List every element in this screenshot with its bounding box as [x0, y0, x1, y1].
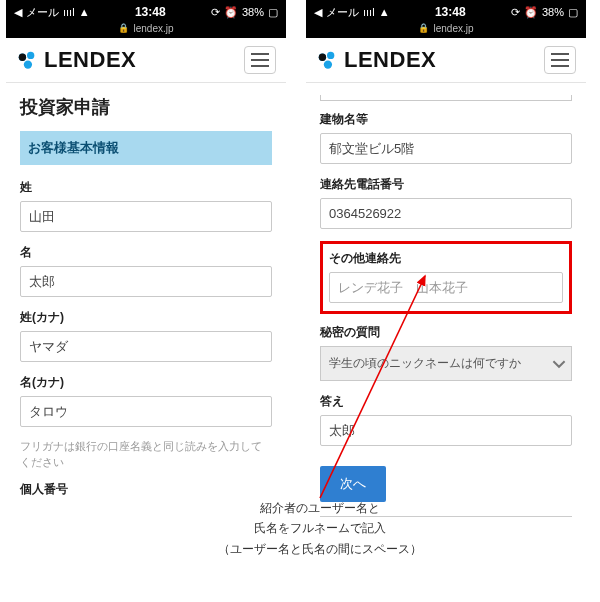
status-bar: ◀ メール ıııl ▲ 13:48 ⟳ ⏰ 38% ▢	[6, 0, 286, 22]
menu-button[interactable]	[544, 46, 576, 74]
section-banner: お客様基本情報	[20, 131, 272, 165]
phone-label: 連絡先電話番号	[320, 176, 572, 193]
svg-point-2	[24, 60, 32, 68]
last-kana-input[interactable]	[20, 331, 272, 362]
url-bar[interactable]: 🔒 lendex.jp	[306, 22, 586, 38]
orientation-lock-icon: ⟳	[511, 6, 520, 19]
svg-point-6	[324, 60, 332, 68]
back-chevron-icon: ◀	[314, 6, 322, 19]
lendex-logo-icon	[316, 49, 338, 71]
last-name-input[interactable]	[20, 201, 272, 232]
alarm-icon: ⏰	[224, 6, 238, 19]
clock: 13:48	[135, 5, 166, 19]
status-bar: ◀ メール ıııl ▲ 13:48 ⟳ ⏰ 38% ▢	[306, 0, 586, 22]
battery-percent: 38%	[542, 6, 564, 18]
carrier-label: メール	[326, 5, 359, 20]
wifi-icon: ▲	[79, 6, 90, 18]
brand-name: LENDEX	[44, 47, 136, 73]
first-kana-input[interactable]	[20, 396, 272, 427]
battery-icon: ▢	[568, 6, 578, 19]
annotation-line-1: 紹介者のユーザー名と	[170, 498, 470, 518]
signal-icon: ıııl	[363, 6, 375, 18]
prev-field-edge	[320, 95, 572, 101]
secret-question-label: 秘密の質問	[320, 324, 572, 341]
wifi-icon: ▲	[379, 6, 390, 18]
app-header: LENDEX	[6, 38, 286, 83]
form-content-left: 投資家申請 お客様基本情報 姓 名 姓(カナ) 名(カナ) フリガナは銀行の口座…	[6, 83, 286, 529]
kana-helper-text: フリガナは銀行の口座名義と同じ読みを入力してください	[20, 439, 272, 471]
url-domain: lendex.jp	[433, 23, 473, 34]
page-title: 投資家申請	[20, 95, 272, 119]
url-bar[interactable]: 🔒 lendex.jp	[6, 22, 286, 38]
other-contact-label: その他連絡先	[329, 250, 563, 267]
annotation-line-2: 氏名をフルネームで記入	[170, 518, 470, 538]
signal-icon: ıııl	[63, 6, 75, 18]
svg-point-5	[327, 52, 334, 59]
last-kana-label: 姓(カナ)	[20, 309, 272, 326]
carrier-label: メール	[26, 5, 59, 20]
menu-button[interactable]	[244, 46, 276, 74]
lock-icon: 🔒	[418, 23, 429, 33]
form-content-right: 建物名等 連絡先電話番号 その他連絡先 秘密の質問 学生の頃のニックネームは何で…	[306, 83, 586, 529]
building-label: 建物名等	[320, 111, 572, 128]
first-name-label: 名	[20, 244, 272, 261]
svg-point-7	[319, 54, 326, 61]
brand[interactable]: LENDEX	[16, 47, 136, 73]
personal-number-heading: 個人番号	[20, 481, 272, 498]
phone-left: ◀ メール ıııl ▲ 13:48 ⟳ ⏰ 38% ▢ 🔒 lendex.jp	[6, 0, 286, 529]
phone-input[interactable]	[320, 198, 572, 229]
phone-right: ◀ メール ıııl ▲ 13:48 ⟳ ⏰ 38% ▢ 🔒 lendex.jp	[306, 0, 586, 529]
first-name-input[interactable]	[20, 266, 272, 297]
battery-icon: ▢	[268, 6, 278, 19]
brand[interactable]: LENDEX	[316, 47, 436, 73]
url-domain: lendex.jp	[133, 23, 173, 34]
annotation-caption: 紹介者のユーザー名と 氏名をフルネームで記入 （ユーザー名と氏名の間にスペース）	[170, 498, 470, 559]
other-contact-highlight: その他連絡先	[320, 241, 572, 314]
back-chevron-icon: ◀	[14, 6, 22, 19]
answer-label: 答え	[320, 393, 572, 410]
clock: 13:48	[435, 5, 466, 19]
secret-question-select[interactable]: 学生の頃のニックネームは何ですか	[320, 346, 572, 381]
brand-name: LENDEX	[344, 47, 436, 73]
app-header: LENDEX	[306, 38, 586, 83]
battery-percent: 38%	[242, 6, 264, 18]
annotation-line-3: （ユーザー名と氏名の間にスペース）	[170, 539, 470, 559]
lock-icon: 🔒	[118, 23, 129, 33]
orientation-lock-icon: ⟳	[211, 6, 220, 19]
first-kana-label: 名(カナ)	[20, 374, 272, 391]
building-input[interactable]	[320, 133, 572, 164]
other-contact-input[interactable]	[329, 272, 563, 303]
svg-point-3	[19, 54, 26, 61]
next-button[interactable]: 次へ	[320, 466, 386, 502]
answer-input[interactable]	[320, 415, 572, 446]
lendex-logo-icon	[16, 49, 38, 71]
svg-point-1	[27, 52, 34, 59]
last-name-label: 姓	[20, 179, 272, 196]
alarm-icon: ⏰	[524, 6, 538, 19]
